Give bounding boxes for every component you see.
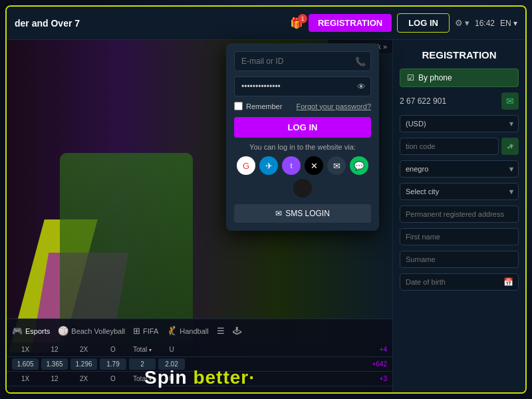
email-contact-button[interactable]: ✉ [501, 92, 519, 110]
header: der and Over 7 🎁 1 REGISTRATION LOG IN ⚙… [7, 7, 525, 40]
forgot-password-link[interactable]: Forgot your password? [297, 102, 372, 110]
odds-cell[interactable]: 12 [41, 344, 68, 355]
sports-tabs-bar: 🎮 Esports 🏐 Beach Volleyball ⊞ FIFA 🤾 Ha… [7, 319, 392, 342]
mail-login-button[interactable]: ✉ [327, 156, 346, 175]
volleyball-icon: 🏐 [58, 326, 68, 336]
odds-cell[interactable]: 1X [12, 344, 39, 355]
login-modal: 📞 👁 Remember Forgot your password? LOG I… [226, 43, 379, 231]
tab-games[interactable]: 🕹 [233, 326, 241, 336]
menu-icon: ☰ [217, 326, 225, 336]
odds-cell[interactable]: 2X [70, 344, 97, 355]
remember-label: Remember [246, 102, 282, 110]
registration-panel: REGISTRATION ☑ By phone 2 67 622 901 ✉ (… [392, 40, 525, 392]
by-phone-option[interactable]: ☑ By phone [400, 68, 519, 87]
dob-input[interactable] [400, 273, 519, 291]
gift-badge: 1 [298, 14, 307, 23]
esports-icon: 🎮 [12, 326, 23, 336]
city-select[interactable]: Select city [400, 183, 519, 200]
currency-select-wrapper: (USD) [400, 115, 519, 132]
main-container: der and Over 7 🎁 1 REGISTRATION LOG IN ⚙… [5, 5, 527, 394]
header-right: 🎁 1 REGISTRATION LOG IN ⚙ ▾ 16:42 EN ▾ [290, 13, 517, 33]
email-id-input[interactable] [234, 51, 371, 71]
registration-button[interactable]: REGISTRATION [309, 14, 392, 32]
apple-login-button[interactable] [293, 179, 312, 198]
login-button-header[interactable]: LOG IN [397, 13, 450, 33]
settings-button[interactable]: ⚙ ▾ [455, 18, 469, 28]
telegram-login-button[interactable]: ✈ [259, 156, 278, 175]
firstname-input[interactable] [400, 228, 519, 245]
wechat-login-button[interactable]: 💬 [350, 156, 368, 175]
tab-beach-volleyball[interactable]: 🏐 Beach Volleyball [58, 326, 125, 336]
currency-select[interactable]: (USD) [400, 115, 519, 132]
table-row: 1X 12 2X O Total ▾ U +4 [7, 342, 392, 357]
tab-more[interactable]: ☰ [217, 326, 225, 336]
twitter-login-button[interactable]: ✕ [305, 156, 323, 175]
city-wrapper: Select city ▾ [400, 183, 519, 200]
spinbetter-logo-area: Spin better· [7, 367, 392, 388]
country-select[interactable]: enegro [400, 160, 519, 178]
registration-title: REGISTRATION [400, 47, 519, 63]
phone-icon: 📞 [355, 57, 366, 66]
calendar-icon: 📅 [503, 277, 513, 287]
login-submit-button[interactable]: LOG IN [234, 117, 371, 138]
dob-field-wrapper: 📅 [400, 273, 519, 291]
header-time: 16:42 [475, 19, 495, 28]
email-field-row: 📞 [234, 51, 371, 71]
sms-icon: ✉ [275, 209, 282, 218]
social-login-text: You can log in to the website via: [234, 143, 371, 151]
gift-button[interactable]: 🎁 1 [290, 17, 303, 29]
google-login-button[interactable]: G [237, 156, 255, 175]
country-wrapper: enegro ▾ [400, 160, 519, 178]
password-input[interactable] [234, 76, 371, 96]
remember-left: Remember [234, 102, 282, 110]
eye-icon[interactable]: 👁 [357, 82, 366, 92]
phone-row: 2 67 622 901 ✉ [400, 92, 519, 110]
password-field-row: 👁 [234, 76, 371, 96]
chevron-down-icon: ▾ [513, 19, 517, 28]
promo-confirm-button[interactable]: ✓ [501, 138, 519, 155]
language-selector[interactable]: EN ▾ [500, 19, 517, 28]
odds-cell[interactable]: Total ▾ [129, 344, 156, 355]
odds-cell[interactable]: U [158, 344, 185, 355]
sms-login-button[interactable]: ✉ SMS LOGIN [234, 204, 371, 223]
social-icons-row: G ✈ t ✕ ✉ 💬 [234, 156, 371, 175]
promo-code-input[interactable] [400, 138, 499, 155]
social-icons-row2 [234, 179, 371, 198]
remember-checkbox[interactable] [234, 102, 243, 110]
currency-row: (USD) [400, 115, 519, 132]
gear-icon: ⚙ [455, 18, 463, 28]
chevron-down-icon: ▾ [465, 18, 469, 28]
surname-input[interactable] [400, 251, 519, 268]
phone-check-icon: ☑ [407, 73, 414, 82]
tab-handball[interactable]: 🤾 Handball [166, 326, 208, 336]
more-odds-button[interactable]: +4 [380, 346, 387, 353]
fifa-icon: ⊞ [133, 326, 140, 336]
site-name: der and Over 7 [15, 18, 80, 29]
phone-number: 2 67 622 901 [400, 96, 499, 106]
tab-esports[interactable]: 🎮 Esports [12, 326, 50, 336]
games-icon: 🕹 [233, 326, 241, 336]
address-input[interactable] [400, 205, 519, 223]
promo-code-wrapper: ✓ [400, 138, 519, 155]
tab-fifa[interactable]: ⊞ FIFA [133, 326, 158, 336]
handball-icon: 🤾 [166, 326, 177, 336]
remember-row: Remember Forgot your password? [234, 102, 371, 110]
twitch-login-button[interactable]: t [282, 156, 301, 175]
odds-cell[interactable]: O [100, 344, 126, 355]
spinbetter-logo: Spin better· [144, 367, 255, 388]
